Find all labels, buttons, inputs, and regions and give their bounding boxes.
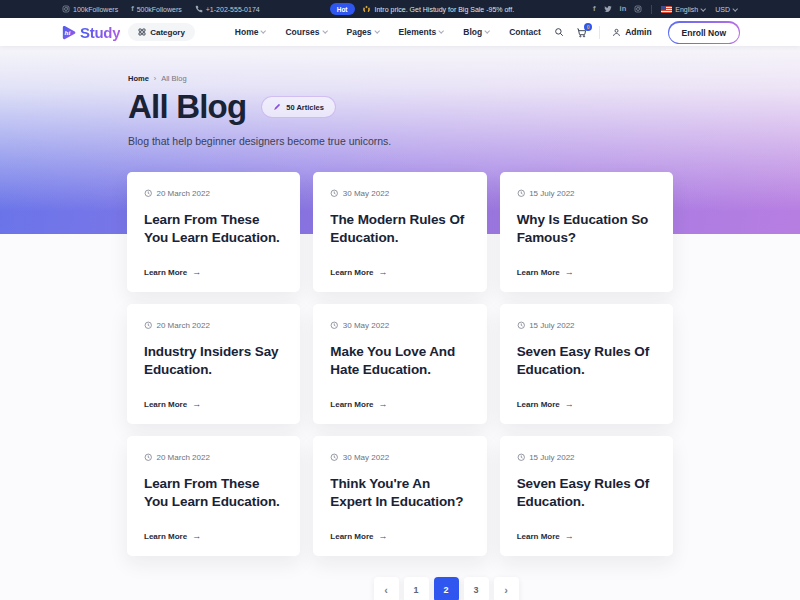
post-title[interactable]: Industry Insiders Say Education. — [144, 343, 283, 379]
post-title[interactable]: Think You're An Expert In Education? — [330, 475, 469, 511]
clock-icon — [517, 321, 526, 330]
arrow-right-icon: → — [378, 400, 387, 409]
arrow-right-icon: → — [192, 400, 201, 409]
menu-item-home[interactable]: Home — [235, 27, 267, 37]
blog-section: 20 March 2022 Learn From These You Learn… — [127, 172, 673, 600]
grid-icon — [138, 28, 146, 36]
post-title[interactable]: Why Is Education So Famous? — [517, 211, 656, 247]
post-date-label: 15 July 2022 — [529, 321, 574, 330]
chevron-right-icon: › — [504, 584, 508, 596]
pagination: ‹ 1 2 3 › — [173, 577, 719, 600]
pagination-page-button[interactable]: 1 — [404, 577, 429, 600]
chevron-down-icon — [261, 29, 266, 34]
phone-icon — [195, 5, 203, 13]
post-date-label: 30 May 2022 — [343, 453, 389, 462]
learn-more-label: Learn More — [144, 532, 187, 541]
clock-icon — [517, 189, 526, 198]
twitter-icon[interactable] — [604, 5, 612, 13]
learn-more-label: Learn More — [517, 400, 560, 409]
learn-more-link[interactable]: Learn More → — [330, 256, 469, 277]
instagram-icon — [62, 5, 70, 13]
clock-icon — [144, 189, 153, 198]
learn-more-link[interactable]: Learn More → — [330, 388, 469, 409]
logo-text: Study — [80, 24, 120, 41]
learn-more-link[interactable]: Learn More → — [144, 256, 283, 277]
menu-item-courses[interactable]: Courses — [285, 27, 327, 37]
learn-more-link[interactable]: Learn More → — [144, 388, 283, 409]
pagination-prev-button[interactable]: ‹ — [374, 577, 399, 600]
instagram-followers[interactable]: 100kFollowers — [62, 5, 118, 13]
instagram-icon[interactable] — [634, 5, 642, 13]
user-icon — [612, 28, 621, 37]
clock-icon — [330, 189, 339, 198]
language-select[interactable]: English — [661, 6, 706, 13]
currency-select[interactable]: USD — [715, 6, 738, 13]
followers-count: 100kFollowers — [73, 6, 118, 13]
post-title[interactable]: The Modern Rules Of Education. — [330, 211, 469, 247]
learn-more-link[interactable]: Learn More → — [144, 520, 283, 541]
chevron-down-icon — [701, 7, 706, 12]
articles-count-badge: 50 Articles — [261, 96, 336, 118]
phone-number[interactable]: +1-202-555-0174 — [195, 5, 260, 13]
breadcrumb-home-link[interactable]: Home — [128, 74, 149, 83]
learn-more-link[interactable]: Learn More → — [517, 520, 656, 541]
learn-more-link[interactable]: Learn More → — [517, 256, 656, 277]
post-title[interactable]: Learn From These You Learn Education. — [144, 475, 283, 511]
divider — [651, 5, 652, 14]
clock-icon — [330, 321, 339, 330]
linkedin-icon[interactable]: in — [620, 5, 627, 13]
learn-more-label: Learn More — [517, 532, 560, 541]
search-button[interactable] — [554, 27, 564, 37]
learn-more-label: Learn More — [144, 268, 187, 277]
post-date-label: 30 May 2022 — [343, 189, 389, 198]
chevron-down-icon — [485, 29, 490, 34]
topbar-stats: 100kFollowers f 500kFollowers +1-202-555… — [62, 5, 260, 13]
logo[interactable]: hi Study — [60, 24, 120, 41]
menu-item-elements[interactable]: Elements — [399, 27, 445, 37]
learn-more-link[interactable]: Learn More → — [330, 520, 469, 541]
clock-icon — [330, 453, 339, 462]
facebook-followers[interactable]: f 500kFollowers — [131, 5, 182, 13]
post-date: 20 March 2022 — [144, 453, 283, 462]
cart-button[interactable]: 0 — [576, 27, 587, 38]
arrow-right-icon: → — [378, 268, 387, 277]
post-title[interactable]: Seven Easy Rules Of Education. — [517, 343, 656, 379]
menu-item-blog[interactable]: Blog — [463, 27, 490, 37]
svg-text:hi: hi — [65, 28, 71, 36]
language-label: English — [675, 6, 698, 13]
divider — [599, 26, 600, 39]
pagination-page-button[interactable]: 2 — [434, 577, 459, 600]
menu-item-pages[interactable]: Pages — [347, 27, 380, 37]
learn-more-label: Learn More — [330, 400, 373, 409]
facebook-icon[interactable]: f — [593, 5, 596, 13]
category-label: Category — [150, 28, 185, 37]
arrow-right-icon: → — [192, 268, 201, 277]
post-date: 15 July 2022 — [517, 453, 656, 462]
post-date: 30 May 2022 — [330, 189, 469, 198]
articles-count-label: 50 Articles — [286, 103, 324, 112]
topbar-right: f in English USD — [593, 5, 738, 14]
post-title[interactable]: Learn From These You Learn Education. — [144, 211, 283, 247]
menu-item-contact[interactable]: Contact — [509, 27, 541, 37]
hands-emoji — [362, 5, 371, 14]
us-flag-icon — [661, 6, 672, 13]
pagination-page-button[interactable]: 3 — [464, 577, 489, 600]
currency-label: USD — [715, 6, 730, 13]
blog-card: 20 March 2022 Learn From These You Learn… — [127, 172, 300, 292]
chevron-down-icon — [439, 29, 444, 34]
learn-more-link[interactable]: Learn More → — [517, 388, 656, 409]
post-date: 15 July 2022 — [517, 189, 656, 198]
chevron-left-icon: ‹ — [384, 584, 388, 596]
chevron-down-icon — [375, 29, 380, 34]
promo-banner[interactable]: Intro price. Get Histudy for Big Sale -9… — [362, 5, 515, 14]
hero-subtitle: Blog that help beginner designers become… — [128, 135, 672, 147]
enroll-now-button[interactable]: Enroll Now — [669, 23, 739, 43]
post-title[interactable]: Seven Easy Rules Of Education. — [517, 475, 656, 511]
pagination-next-button[interactable]: › — [494, 577, 519, 600]
category-button[interactable]: Category — [128, 23, 195, 41]
learn-more-label: Learn More — [330, 532, 373, 541]
social-links: f in — [593, 5, 642, 13]
admin-account[interactable]: Admin — [612, 27, 651, 37]
phone-label: +1-202-555-0174 — [206, 6, 260, 13]
post-title[interactable]: Make You Love And Hate Education. — [330, 343, 469, 379]
